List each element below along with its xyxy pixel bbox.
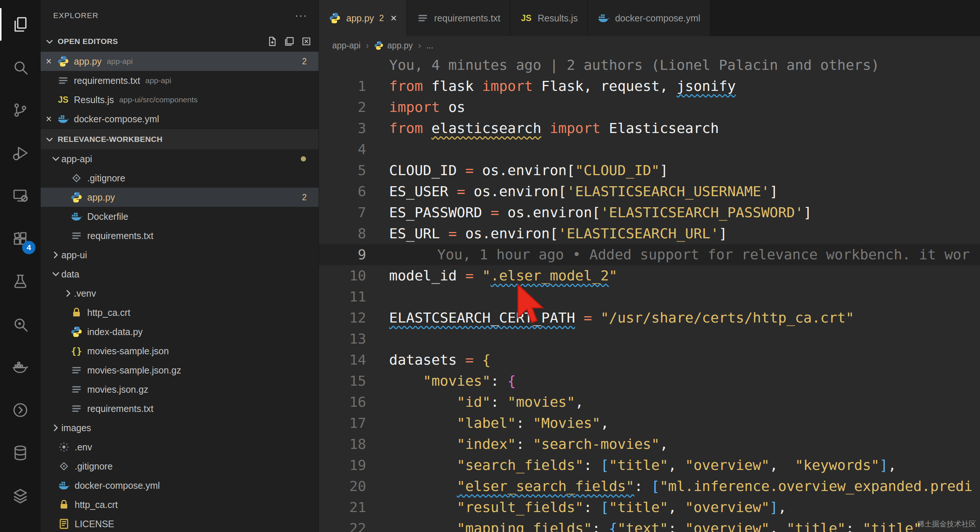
docker-icon bbox=[57, 113, 70, 125]
folder-modified-dot bbox=[301, 156, 306, 162]
git-blame-inline: You, 1 hour ago • Added support for rele… bbox=[366, 244, 970, 265]
chevron-right-icon bbox=[50, 249, 61, 260]
code-line: 8ES_URL = os.environ['ELASTICSEARCH_URL'… bbox=[319, 223, 980, 244]
tree-file-requirements.txt[interactable]: requirements.txt bbox=[41, 399, 318, 418]
close-editor-icon[interactable]: × bbox=[41, 56, 57, 67]
modified-count-badge: 2 bbox=[379, 13, 384, 23]
workspace-label: RELEVANCE-WORKBENCH bbox=[58, 135, 162, 144]
tab-requirements.txt[interactable]: requirements.txt bbox=[407, 0, 510, 36]
code-line: 11 bbox=[319, 286, 980, 307]
tree-file-.gitignore[interactable]: .gitignore bbox=[41, 457, 318, 476]
breadcrumb-item[interactable]: app.py bbox=[374, 41, 413, 51]
modified-count-badge: 2 bbox=[302, 57, 307, 67]
python-icon bbox=[70, 191, 83, 203]
code-line: 5CLOUD_ID = os.environ["CLOUD_ID"] bbox=[319, 160, 980, 181]
tree-file-LICENSE[interactable]: LICENSE bbox=[41, 514, 318, 532]
workspace-header[interactable]: RELEVANCE-WORKBENCH bbox=[41, 129, 318, 149]
chevron-down-icon bbox=[45, 134, 55, 145]
activity-remote-explorer-icon[interactable] bbox=[0, 175, 41, 217]
tree-folder-app-api[interactable]: app-api bbox=[41, 149, 318, 168]
open-editor-item[interactable]: requirements.txtapp-api bbox=[41, 71, 318, 90]
tree-folder-data[interactable]: data bbox=[41, 265, 318, 284]
js-icon: JS bbox=[520, 12, 533, 24]
tab-app.py[interactable]: app.py2× bbox=[319, 0, 407, 36]
tree-file-movies.json.gz[interactable]: movies.json.gz bbox=[41, 380, 318, 399]
tree-file-movies-sample.json.gz[interactable]: movies-sample.json.gz bbox=[41, 360, 318, 380]
file-tree: app-api.gitignoreapp.py2Dockerfilerequir… bbox=[41, 149, 318, 532]
text-icon bbox=[70, 383, 83, 396]
code-text: model_id = ".elser_model_2" bbox=[366, 265, 617, 286]
line-number: 5 bbox=[319, 160, 366, 181]
activity-bar: 4 bbox=[0, 0, 41, 532]
activity-search-advanced-icon[interactable] bbox=[0, 303, 41, 346]
line-number: 22 bbox=[319, 518, 366, 532]
tree-file-.env[interactable]: .env bbox=[41, 437, 318, 457]
tab-docker-compose.yml[interactable]: docker-compose.yml bbox=[587, 0, 710, 36]
line-number: 20 bbox=[319, 476, 366, 497]
activity-search-icon[interactable] bbox=[0, 46, 41, 89]
activity-extensions-icon[interactable]: 4 bbox=[0, 217, 41, 260]
tree-file-requirements.txt[interactable]: requirements.txt bbox=[41, 226, 318, 245]
code-line: You, 4 minutes ago | 2 authors (Lionel P… bbox=[319, 55, 980, 76]
code-text: "elser_search_fields": ["ml.inference.ov… bbox=[366, 476, 973, 497]
tree-file-Dockerfile[interactable]: Dockerfile bbox=[41, 207, 318, 226]
activity-source-control-icon[interactable] bbox=[0, 89, 41, 132]
breadcrumb-item[interactable]: app-api bbox=[332, 41, 361, 51]
line-number: 3 bbox=[319, 118, 366, 139]
tree-file-index-data.py[interactable]: index-data.py bbox=[41, 322, 318, 341]
open-editor-item[interactable]: ×docker-compose.yml bbox=[41, 110, 318, 129]
code-text: "search_fields": ["title", "overview", "… bbox=[366, 455, 896, 476]
license-icon bbox=[58, 518, 70, 530]
python-icon bbox=[329, 12, 341, 24]
tree-folder-app-ui[interactable]: app-ui bbox=[41, 245, 318, 265]
activity-testing-icon[interactable] bbox=[0, 260, 41, 303]
lock-icon bbox=[70, 306, 83, 319]
new-untitled-file-icon[interactable] bbox=[267, 36, 278, 47]
breadcrumb[interactable]: app-api›app.py›... bbox=[319, 36, 980, 55]
open-editor-item[interactable]: JSResults.jsapp-ui/src/components bbox=[41, 90, 318, 110]
tree-file-http_ca.crt[interactable]: http_ca.crt bbox=[41, 303, 318, 322]
code-text: ES_URL = os.environ['ELASTICSEARCH_URL'] bbox=[366, 223, 727, 244]
tree-folder-images[interactable]: images bbox=[41, 418, 318, 437]
activity-ci-circle-icon[interactable] bbox=[0, 389, 41, 432]
activity-database-icon[interactable] bbox=[0, 432, 41, 474]
code-line: 2import os bbox=[319, 97, 980, 118]
breadcrumb-item[interactable]: ... bbox=[426, 41, 433, 51]
chevron-down-icon bbox=[50, 268, 61, 279]
code-text: ES_USER = os.environ['ELASTICSEARCH_USER… bbox=[366, 181, 778, 202]
line-number bbox=[319, 55, 366, 76]
open-editor-item[interactable]: ×app.pyapp-api2 bbox=[41, 52, 318, 71]
code-text: CLOUD_ID = os.environ["CLOUD_ID"] bbox=[366, 160, 668, 181]
explorer-sidebar: EXPLORER ··· OPEN EDITORS ×app.pyapp-api… bbox=[41, 0, 319, 532]
extensions-badge: 4 bbox=[22, 241, 35, 254]
docker-icon bbox=[70, 210, 83, 223]
line-number: 16 bbox=[319, 392, 366, 413]
chevron-right-icon bbox=[50, 422, 61, 434]
tree-file-.gitignore[interactable]: .gitignore bbox=[41, 168, 318, 188]
close-editor-icon[interactable]: × bbox=[41, 113, 57, 125]
gitignore-icon bbox=[70, 172, 83, 184]
line-number: 19 bbox=[319, 455, 366, 476]
code-line: 10model_id = ".elser_model_2" bbox=[319, 265, 980, 286]
close-tab-icon[interactable]: × bbox=[391, 12, 397, 24]
activity-layers-icon[interactable] bbox=[0, 474, 41, 517]
line-number: 9 bbox=[319, 244, 366, 265]
tree-file-http_ca.crt[interactable]: http_ca.crt bbox=[41, 495, 318, 514]
activity-explorer-icon[interactable] bbox=[0, 3, 41, 46]
code-text: "id": "movies", bbox=[366, 392, 584, 413]
code-line: 12ELASTCSEARCH_CERT_PATH = "/usr/share/c… bbox=[319, 307, 980, 329]
tree-folder-.venv[interactable]: .venv bbox=[41, 284, 318, 303]
code-text: "movies": { bbox=[366, 370, 516, 392]
close-all-editors-icon[interactable] bbox=[301, 36, 312, 47]
line-number: 4 bbox=[319, 139, 366, 160]
tree-file-docker-compose.yml[interactable]: docker-compose.yml bbox=[41, 476, 318, 495]
tab-Results.js[interactable]: JSResults.js bbox=[510, 0, 587, 36]
chevron-right-icon bbox=[63, 288, 74, 299]
activity-docker-icon[interactable] bbox=[0, 346, 41, 389]
activity-run-debug-icon[interactable] bbox=[0, 132, 41, 175]
tree-file-app.py[interactable]: app.py2 bbox=[41, 188, 318, 207]
code-editor[interactable]: You, 4 minutes ago | 2 authors (Lionel P… bbox=[319, 55, 980, 532]
tree-file-movies-sample.json[interactable]: {}movies-sample.json bbox=[41, 341, 318, 360]
open-editors-header[interactable]: OPEN EDITORS bbox=[41, 31, 318, 52]
save-all-icon[interactable] bbox=[284, 36, 295, 47]
